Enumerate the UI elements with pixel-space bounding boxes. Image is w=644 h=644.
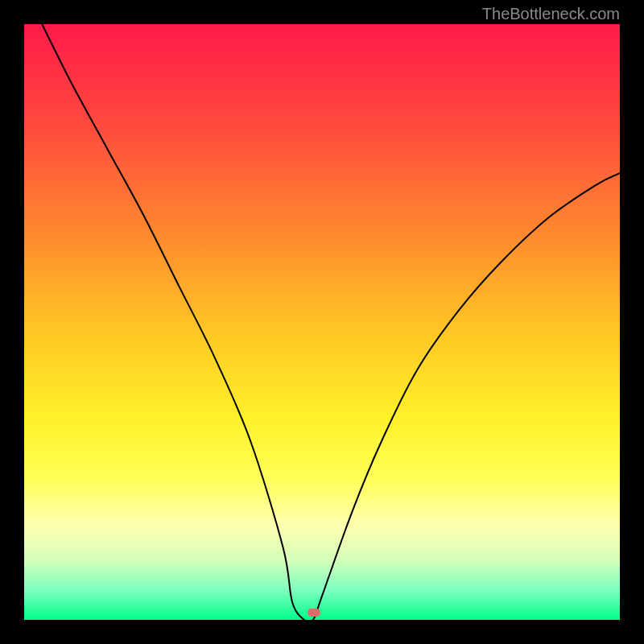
chart-plot-area <box>24 24 620 620</box>
watermark-text: TheBottleneck.com <box>482 5 620 23</box>
minimum-marker <box>308 609 320 617</box>
